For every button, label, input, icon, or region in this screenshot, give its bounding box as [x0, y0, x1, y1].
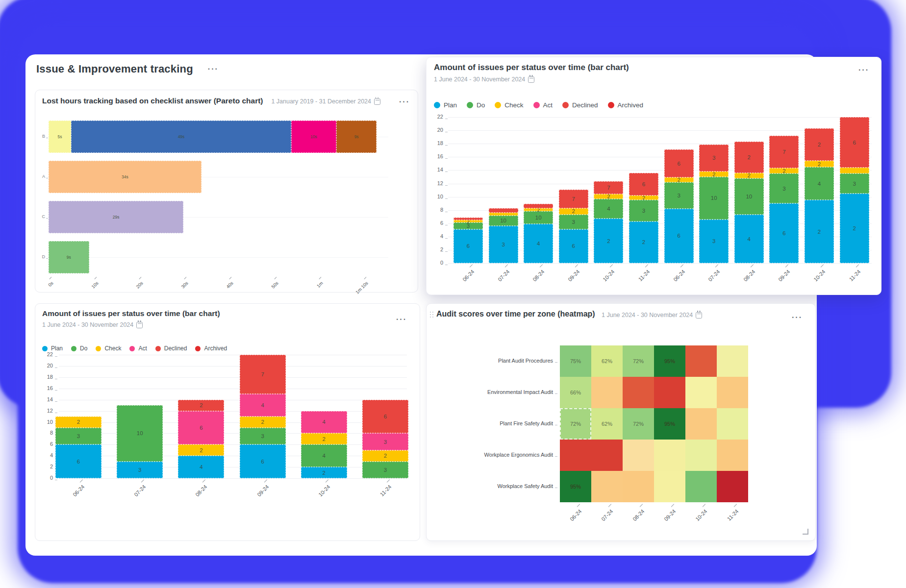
bar-segment-do[interactable]: 3: [240, 428, 286, 444]
heatmap-cell[interactable]: [623, 377, 654, 408]
bar-segment-act[interactable]: 4: [301, 411, 347, 434]
bar-segment-plan[interactable]: 2: [301, 467, 347, 478]
heatmap-cell[interactable]: [560, 440, 591, 471]
bar-segment-do[interactable]: 3: [840, 173, 869, 194]
pareto-segment[interactable]: 34s: [49, 161, 201, 193]
bar-segment-plan[interactable]: 6: [769, 203, 799, 263]
heatmap-cell[interactable]: [685, 377, 717, 408]
heatmap-cell[interactable]: [654, 377, 685, 408]
bar-segment-act[interactable]: 6: [178, 411, 224, 445]
heatmap-cell[interactable]: 72%: [623, 345, 654, 377]
bar-segment-plan[interactable]: 2: [840, 194, 869, 263]
bar-segment-check[interactable]: 2: [301, 433, 347, 444]
heatmap-cell[interactable]: 75%: [560, 345, 591, 377]
bar-segment-plan[interactable]: 6: [664, 209, 694, 263]
bar-segment-plan[interactable]: 2: [805, 200, 834, 263]
heatmap-cell[interactable]: [717, 471, 748, 502]
page-menu-button[interactable]: ···: [206, 64, 221, 74]
heatmap-cell[interactable]: [685, 345, 717, 377]
bar-segment-check[interactable]: 2: [594, 194, 623, 198]
heatmap-cell[interactable]: 62%: [591, 345, 623, 377]
bar-segment-check[interactable]: [489, 213, 518, 215]
bar-segment-plan[interactable]: 6: [55, 444, 101, 478]
bar-segment-plan[interactable]: 2: [594, 219, 623, 263]
heatmap-cell[interactable]: 72%: [623, 408, 654, 440]
heatmap-cell[interactable]: [623, 440, 654, 471]
bar-segment-declined[interactable]: [524, 204, 553, 208]
bar-segment-declined[interactable]: 6: [362, 400, 408, 434]
bar-segment-do[interactable]: 3: [664, 182, 694, 209]
bar-segment-plan[interactable]: 3: [117, 462, 163, 478]
bar-segment-check[interactable]: 2: [805, 161, 834, 167]
bar-segment-declined[interactable]: [453, 218, 483, 220]
heatmap-cell[interactable]: 72%: [560, 408, 591, 440]
bar-segment-do[interactable]: 4: [805, 167, 834, 200]
heatmap-cell[interactable]: 66%: [560, 377, 591, 408]
bar-segment-plan[interactable]: 4: [524, 224, 553, 263]
bar-segment-do[interactable]: 3: [769, 173, 799, 203]
heatmap-cell[interactable]: [685, 408, 717, 440]
bar-segment-plan[interactable]: 6: [240, 444, 286, 478]
heatmap-cell[interactable]: 62%: [591, 408, 623, 440]
bar-segment-declined[interactable]: 3: [699, 145, 729, 172]
pareto-segment[interactable]: 10s: [291, 121, 336, 153]
heatmap-cell[interactable]: [717, 377, 748, 408]
bar-segment-act[interactable]: 3: [362, 433, 408, 450]
heatmap-cell[interactable]: [717, 440, 748, 471]
heatmap-cell[interactable]: [591, 377, 623, 408]
resize-handle-icon[interactable]: [803, 529, 808, 535]
heatmap-cell[interactable]: 95%: [654, 345, 685, 377]
pareto-segment[interactable]: 49s: [71, 121, 291, 153]
heatmap-cell[interactable]: [717, 345, 748, 377]
bar-segment-do[interactable]: 10: [699, 177, 729, 220]
bar-segment-do[interactable]: 3: [362, 462, 408, 478]
bar-segment-do[interactable]: 4: [301, 444, 347, 467]
bar-segment-plan[interactable]: 4: [178, 456, 224, 478]
bar-segment-declined[interactable]: 6: [629, 173, 658, 196]
pareto-segment[interactable]: 29s: [49, 201, 183, 233]
bar-segment-do[interactable]: 3: [55, 428, 101, 444]
heatmap-cell[interactable]: [685, 440, 717, 471]
heatmap-cell[interactable]: [685, 471, 717, 502]
heatmap-cell[interactable]: [717, 408, 748, 440]
heatmap-cell[interactable]: 95%: [654, 408, 685, 440]
heatmap-cell[interactable]: [654, 440, 685, 471]
bar-segment-plan[interactable]: 2: [629, 221, 658, 263]
bar-segment-check[interactable]: 2: [178, 444, 224, 456]
bar-segment-check[interactable]: 2: [55, 416, 101, 428]
bar-segment-check[interactable]: 2: [664, 177, 694, 182]
bar-segment-do[interactable]: 10: [734, 178, 764, 215]
bar-segment-declined[interactable]: [489, 208, 518, 213]
heatmap-cell[interactable]: [591, 471, 623, 502]
bar-segment-check[interactable]: 2: [453, 220, 483, 222]
bar-segment-check[interactable]: 2: [699, 172, 729, 177]
bar-segment-declined[interactable]: 7: [240, 355, 286, 394]
heatmap-cell[interactable]: [591, 440, 623, 471]
bar-segment-declined[interactable]: 2: [734, 142, 764, 173]
bar-segment-check[interactable]: [840, 168, 869, 173]
bar-segment-plan[interactable]: 6: [559, 229, 588, 263]
bar-segment-check[interactable]: 2: [734, 173, 764, 178]
bar-segment-declined[interactable]: 2: [178, 400, 224, 411]
bar-segment-check[interactable]: 2: [362, 450, 408, 462]
bar-segment-do[interactable]: 3: [629, 200, 658, 221]
pareto-segment[interactable]: 9s: [336, 121, 377, 153]
bar-segment-declined[interactable]: 6: [840, 117, 869, 168]
bar-segment-plan[interactable]: 3: [489, 226, 518, 263]
bar-segment-plan[interactable]: 3: [699, 220, 729, 263]
bar-segment-act[interactable]: 4: [240, 394, 286, 416]
bar-segment-declined[interactable]: 7: [594, 181, 623, 194]
bar-segment-do[interactable]: 3: [559, 215, 588, 229]
bar-segment-check[interactable]: 2: [524, 208, 553, 212]
bar-segment-declined[interactable]: 7: [769, 136, 799, 168]
heatmap-cell[interactable]: 95%: [560, 471, 591, 502]
pareto-segment[interactable]: 5s: [49, 121, 71, 153]
bar-segment-declined[interactable]: 7: [559, 190, 588, 208]
bar-segment-check[interactable]: 2: [629, 196, 658, 200]
bar-segment-do[interactable]: 10: [117, 405, 163, 462]
bar-segment-plan[interactable]: 4: [734, 215, 764, 263]
bar-segment-do[interactable]: 10: [489, 216, 518, 226]
bar-segment-declined[interactable]: 6: [664, 149, 694, 177]
heatmap-cell[interactable]: [623, 471, 654, 502]
bar-segment-do[interactable]: 10: [524, 211, 553, 224]
